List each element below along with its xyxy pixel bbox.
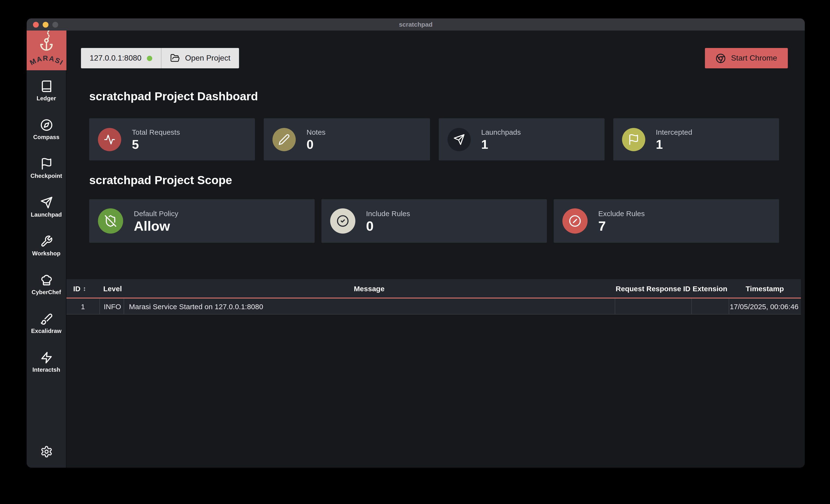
log-table: ID ↕ Level Message Request Response ID E… — [66, 279, 801, 314]
chef-hat-icon — [40, 274, 53, 287]
sidebar-item-ledger[interactable]: Ledger — [27, 75, 66, 114]
stat-value: 1 — [481, 138, 521, 151]
scope-value: Allow — [134, 219, 178, 233]
stat-icon-circle — [273, 128, 296, 151]
column-header-message: Message — [124, 284, 615, 293]
sidebar-item-label: Ledger — [37, 95, 56, 102]
scope-title: scratchpad Project Scope — [89, 173, 779, 187]
stat-label: Total Requests — [132, 128, 180, 136]
sidebar-item-workshop[interactable]: Workshop — [27, 230, 66, 269]
chrome-icon — [715, 53, 726, 63]
scope-value: 0 — [366, 219, 410, 233]
sidebar-item-checkpoint[interactable]: Checkpoint — [27, 153, 66, 192]
titlebar: scratchpad — [27, 19, 805, 31]
flag-icon — [40, 158, 53, 170]
sidebar-nav: Ledger Compass Checkpoint — [27, 75, 66, 385]
cell-extension — [691, 299, 729, 314]
send-icon — [453, 134, 465, 145]
sidebar-item-label: CyberChef — [32, 289, 61, 296]
circle-x-icon — [569, 215, 581, 227]
stat-value: 0 — [307, 138, 325, 151]
wrench-icon — [40, 235, 53, 248]
sidebar-item-label: Workshop — [32, 250, 61, 257]
dashboard-title: scratchpad Project Dashboard — [89, 90, 779, 103]
stats-row: Total Requests 5 Notes — [89, 118, 779, 160]
sort-icon[interactable]: ↕ — [83, 285, 86, 292]
zoom-window-button[interactable] — [52, 22, 58, 27]
traffic-lights — [33, 19, 58, 31]
sidebar-item-label: Interactsh — [32, 366, 60, 373]
column-header-id[interactable]: ID ↕ — [66, 284, 99, 293]
proxy-address-button[interactable]: 127.0.0.1:8080 — [81, 48, 161, 68]
stat-value: 5 — [132, 138, 180, 151]
sidebar-item-compass[interactable]: Compass — [27, 114, 66, 153]
anchor-icon: MARASI — [27, 31, 66, 70]
stat-value: 1 — [656, 138, 692, 151]
zap-icon — [40, 351, 53, 364]
table-row[interactable]: 1 INFO Marasi Service Started on 127.0.0… — [66, 299, 801, 314]
scope-icon-circle — [563, 208, 587, 234]
scope-card-exclude-rules: Exclude Rules 7 — [554, 199, 779, 243]
stat-label: Notes — [307, 128, 325, 136]
column-header-request-response-id: Request Response ID — [615, 284, 691, 293]
shield-off-icon — [104, 215, 117, 227]
cell-level: INFO — [99, 299, 124, 314]
stat-icon-circle — [622, 128, 645, 151]
brush-icon — [40, 312, 53, 325]
activity-icon — [104, 134, 116, 145]
sidebar-item-label: Launchpad — [31, 211, 62, 218]
folder-open-icon — [170, 53, 180, 63]
start-chrome-label: Start Chrome — [731, 54, 777, 63]
flag-icon — [628, 134, 639, 145]
settings-button[interactable] — [40, 445, 53, 458]
stat-label: Intercepted — [656, 128, 692, 136]
circle-check-icon — [337, 215, 349, 227]
stat-card-total-requests: Total Requests 5 — [89, 118, 255, 160]
close-window-button[interactable] — [33, 22, 39, 27]
stat-card-launchpads: Launchpads 1 — [439, 118, 605, 160]
minimize-window-button[interactable] — [43, 22, 49, 27]
cell-message: Marasi Service Started on 127.0.0.1:8080 — [124, 299, 615, 314]
marasi-logo[interactable]: MARASI — [27, 31, 66, 70]
column-header-level: Level — [99, 284, 124, 293]
sidebar-item-label: Compass — [33, 134, 59, 140]
open-project-label: Open Project — [185, 54, 230, 63]
project-controls: 127.0.0.1:8080 Open Project — [81, 48, 239, 68]
stat-icon-circle — [447, 128, 471, 151]
log-table-header: ID ↕ Level Message Request Response ID E… — [66, 279, 801, 299]
pencil-icon — [279, 134, 290, 145]
stat-label: Launchpads — [481, 128, 521, 136]
scope-value: 7 — [598, 219, 645, 233]
window-title: scratchpad — [399, 21, 433, 28]
open-project-button[interactable]: Open Project — [161, 48, 239, 68]
cell-id: 1 — [66, 299, 99, 314]
column-header-timestamp: Timestamp — [729, 284, 801, 293]
desktop: scratchpad MARASI — [0, 0, 830, 504]
cell-request-response-id — [615, 299, 691, 314]
app-window: scratchpad MARASI — [27, 19, 805, 468]
scope-icon-circle — [98, 208, 123, 234]
start-chrome-button[interactable]: Start Chrome — [705, 48, 788, 68]
proxy-address: 127.0.0.1:8080 — [90, 54, 141, 63]
gear-icon — [40, 445, 53, 458]
column-header-extension: Extension — [691, 284, 729, 293]
scope-label: Exclude Rules — [598, 209, 645, 217]
toolbar: 127.0.0.1:8080 Open Project — [81, 48, 788, 68]
sidebar-item-excalidraw[interactable]: Excalidraw — [27, 308, 66, 346]
scope-row: Default Policy Allow Include — [89, 199, 779, 243]
book-icon — [40, 80, 53, 93]
send-icon — [40, 196, 53, 209]
sidebar-item-label: Checkpoint — [31, 172, 62, 179]
stat-icon-circle — [98, 128, 121, 151]
main-content: 127.0.0.1:8080 Open Project — [66, 31, 805, 468]
sidebar-item-label: Excalidraw — [31, 328, 61, 334]
scope-label: Include Rules — [366, 209, 410, 217]
scope-card-include-rules: Include Rules 0 — [321, 199, 547, 243]
stat-card-notes: Notes 0 — [264, 118, 430, 160]
proxy-status-dot — [147, 56, 152, 61]
cell-timestamp: 17/05/2025, 00:06:46 — [729, 299, 801, 314]
sidebar-item-launchpad[interactable]: Launchpad — [27, 192, 66, 230]
sidebar-item-cyberchef[interactable]: CyberChef — [27, 269, 66, 308]
sidebar-item-interactsh[interactable]: Interactsh — [27, 346, 66, 385]
compass-icon — [40, 119, 53, 131]
